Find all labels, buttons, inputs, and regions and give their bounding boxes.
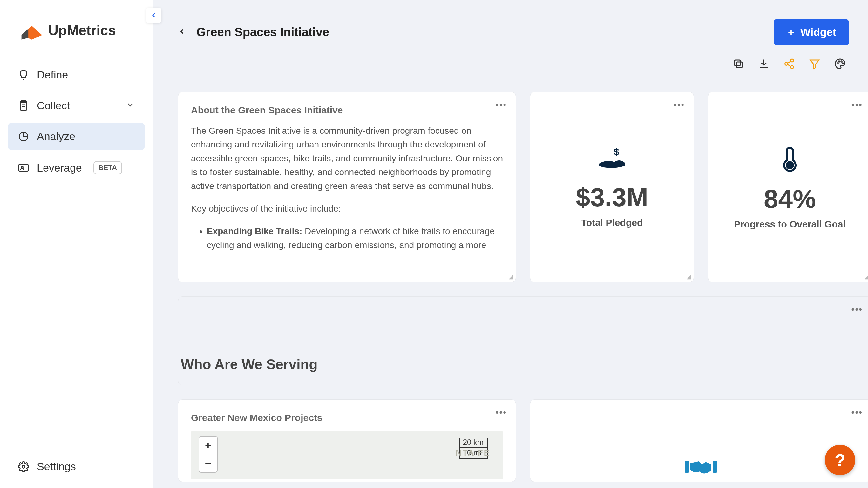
zoom-control: + − xyxy=(198,436,218,473)
share-icon[interactable] xyxy=(783,58,795,69)
svg-rect-12 xyxy=(737,62,742,68)
card-menu-icon[interactable]: ••• xyxy=(851,407,863,418)
user-card-icon xyxy=(18,162,29,174)
gear-icon xyxy=(18,461,29,472)
svg-point-22 xyxy=(841,61,842,62)
zoom-out-button[interactable]: − xyxy=(199,454,217,472)
svg-rect-13 xyxy=(735,60,740,66)
zoom-in-button[interactable]: + xyxy=(199,436,217,454)
card-menu-icon[interactable]: ••• xyxy=(496,100,507,110)
handshake-icon xyxy=(683,455,718,479)
about-body: The Green Spaces Initiative is a communi… xyxy=(191,124,503,252)
about-title: About the Green Spaces Initiative xyxy=(191,105,503,116)
sidebar-item-settings[interactable]: Settings xyxy=(8,453,145,480)
plus-icon xyxy=(786,28,796,37)
svg-point-23 xyxy=(842,63,843,64)
beta-badge: BETA xyxy=(93,161,122,175)
svg-point-8 xyxy=(21,166,23,169)
partner-card: ••• xyxy=(530,399,868,482)
nav-label: Settings xyxy=(37,460,76,473)
logo-icon xyxy=(20,19,43,42)
svg-rect-27 xyxy=(713,461,717,473)
svg-rect-7 xyxy=(19,164,28,171)
widget-button-label: Widget xyxy=(800,26,836,38)
serving-title: Who Are We Serving xyxy=(178,357,317,372)
lightbulb-icon xyxy=(18,69,29,81)
header: Green Spaces Initiative Widget xyxy=(178,19,849,45)
svg-point-15 xyxy=(785,63,788,65)
map-title: Greater New Mexico Projects xyxy=(191,413,503,423)
about-objectives-intro: Key objectives of the initiative include… xyxy=(191,202,503,215)
stat-label: Progress to Overall Goal xyxy=(734,219,846,230)
svg-point-16 xyxy=(791,66,794,69)
card-menu-icon[interactable]: ••• xyxy=(496,407,507,418)
nav-label: Define xyxy=(37,69,68,81)
svg-marker-1 xyxy=(22,29,29,40)
collapse-sidebar-button[interactable] xyxy=(146,8,161,23)
svg-point-25 xyxy=(787,162,793,169)
svg-line-18 xyxy=(787,64,791,66)
serving-section-card: ••• Who Are We Serving xyxy=(178,297,868,386)
svg-text:$: $ xyxy=(614,147,619,157)
download-icon[interactable] xyxy=(758,58,770,69)
objective-item: Expanding Bike Trails: Developing a netw… xyxy=(207,224,503,252)
sidebar-item-leverage[interactable]: Leverage BETA xyxy=(8,153,145,182)
svg-rect-26 xyxy=(685,461,689,473)
filter-icon[interactable] xyxy=(809,58,820,69)
stat-value: $3.3M xyxy=(576,182,648,212)
resize-handle-icon[interactable]: ◢ xyxy=(509,273,513,280)
about-paragraph: The Green Spaces Initiative is a communi… xyxy=(191,124,503,193)
help-icon: ? xyxy=(835,450,845,470)
total-pledged-card: ••• $ $3.3M Total Pledged ◢ xyxy=(530,92,694,282)
stat-label: Total Pledged xyxy=(581,217,643,228)
money-hand-icon: $ xyxy=(596,146,628,173)
nav-label: Leverage xyxy=(37,162,82,174)
sidebar: UpMetrics Define Collect Analyze xyxy=(0,0,153,488)
card-menu-icon[interactable]: ••• xyxy=(674,100,685,110)
map-canvas[interactable]: + − 20 km 10 mi NTA FE xyxy=(191,431,503,479)
progress-card: ••• 84% Progress to Overall Goal ◢ xyxy=(708,92,868,282)
svg-point-14 xyxy=(791,59,794,62)
back-button[interactable] xyxy=(178,26,186,38)
chevron-down-icon xyxy=(126,99,135,112)
clipboard-icon xyxy=(18,100,29,112)
card-menu-icon[interactable]: ••• xyxy=(851,100,863,110)
svg-marker-19 xyxy=(810,60,819,69)
toolbar xyxy=(178,58,849,69)
nav: Define Collect Analyze Leverage BETA xyxy=(8,61,145,182)
copy-icon[interactable] xyxy=(733,58,744,69)
sidebar-item-analyze[interactable]: Analyze xyxy=(8,123,145,150)
help-button[interactable]: ? xyxy=(825,445,855,475)
page-title: Green Spaces Initiative xyxy=(196,25,329,39)
map-card: ••• Greater New Mexico Projects + − 20 k… xyxy=(178,399,516,482)
sidebar-item-collect[interactable]: Collect xyxy=(8,92,145,119)
card-menu-icon[interactable]: ••• xyxy=(851,304,863,314)
svg-point-9 xyxy=(22,465,25,468)
logo-text: UpMetrics xyxy=(48,23,116,38)
add-widget-button[interactable]: Widget xyxy=(774,19,849,45)
nav-label: Collect xyxy=(37,99,70,112)
about-card: ••• About the Green Spaces Initiative Th… xyxy=(178,92,516,282)
logo[interactable]: UpMetrics xyxy=(8,19,145,42)
sidebar-item-define[interactable]: Define xyxy=(8,61,145,89)
map-city-label: NTA FE xyxy=(456,448,490,458)
stat-value: 84% xyxy=(764,184,816,214)
thermometer-icon xyxy=(780,145,799,175)
resize-handle-icon[interactable]: ◢ xyxy=(687,273,691,280)
resize-handle-icon[interactable]: ◢ xyxy=(865,273,868,280)
svg-point-20 xyxy=(837,63,838,64)
nav-label: Analyze xyxy=(37,130,75,143)
pie-chart-icon xyxy=(18,131,29,142)
main-content: Green Spaces Initiative Widget ••• About… xyxy=(153,0,868,488)
palette-icon[interactable] xyxy=(834,58,846,69)
svg-point-21 xyxy=(838,61,840,62)
svg-line-17 xyxy=(787,61,791,63)
